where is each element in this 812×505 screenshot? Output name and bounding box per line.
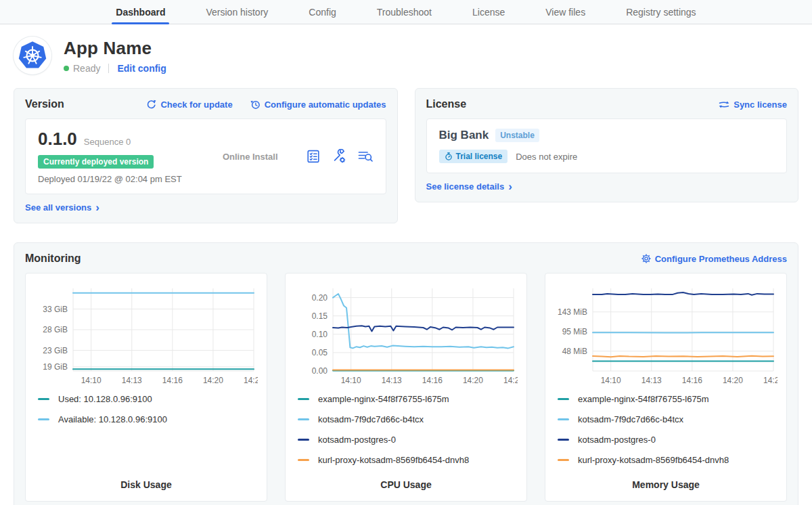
license-card: License Sync license Big Bank Unstable	[415, 88, 799, 202]
legend-color-dash-icon	[298, 439, 309, 441]
tab-dashboard[interactable]: Dashboard	[112, 0, 169, 24]
divider	[108, 64, 109, 73]
tab-view-files[interactable]: View files	[541, 0, 589, 24]
dashboard-page: App Name Ready Edit config Version	[0, 37, 812, 505]
app-status-text: Ready	[73, 63, 100, 74]
svg-text:14:10: 14:10	[341, 376, 361, 385]
svg-text:19 GiB: 19 GiB	[43, 362, 68, 372]
license-type-badge: Trial license	[439, 150, 508, 163]
svg-text:0.00: 0.00	[312, 366, 328, 376]
current-version-row: 0.1.0 Sequence 0 Currently deployed vers…	[25, 118, 386, 194]
legend-label: kotsadm-postgres-0	[318, 435, 396, 445]
license-card-title: License	[426, 98, 467, 110]
monitoring-card: Monitoring Configure Prometheus Address …	[14, 242, 798, 505]
legend-item: example-nginx-54f8f76755-l675m	[298, 394, 514, 404]
customer-name: Big Bank	[439, 129, 489, 142]
gear-icon	[641, 254, 651, 263]
see-all-versions-link[interactable]: See all versions ›	[25, 202, 99, 213]
tab-version-history[interactable]: Version history	[202, 0, 272, 24]
svg-text:14:10: 14:10	[601, 376, 621, 385]
chevron-right-icon: ›	[508, 183, 512, 191]
tab-registry-settings[interactable]: Registry settings	[622, 0, 700, 24]
svg-text:14:23: 14:23	[763, 376, 777, 385]
legend-color-dash-icon	[558, 418, 569, 420]
svg-text:33 GiB: 33 GiB	[43, 305, 68, 314]
legend-label: example-nginx-54f8f76755-l675m	[578, 394, 709, 404]
svg-text:14:16: 14:16	[682, 376, 702, 385]
svg-text:0.15: 0.15	[312, 311, 328, 321]
legend-color-dash-icon	[558, 439, 569, 441]
svg-text:23 GiB: 23 GiB	[43, 346, 68, 355]
refresh-icon	[146, 100, 156, 110]
legend-color-dash-icon	[38, 398, 49, 400]
svg-text:48 MiB: 48 MiB	[562, 347, 587, 356]
tab-bar: DashboardVersion historyConfigTroublesho…	[0, 0, 812, 24]
legend-color-dash-icon	[558, 459, 569, 461]
legend-color-dash-icon	[38, 418, 49, 420]
legend-item: kurl-proxy-kotsadm-8569fb6454-dnvh8	[298, 455, 514, 465]
svg-text:14:13: 14:13	[382, 376, 402, 385]
legend-label: kotsadm-7f9dc7d66c-b4tcx	[578, 414, 683, 424]
summary-cards-row: Version Check for update	[14, 88, 798, 223]
view-diff-icon[interactable]	[357, 149, 374, 164]
svg-text:0.10: 0.10	[312, 330, 328, 339]
clock-refresh-icon	[250, 100, 261, 110]
svg-text:14:20: 14:20	[723, 376, 743, 385]
memory-usage-chart[interactable]: 143 MiB95 MiB48 MiB14:1014:1314:1614:201…	[552, 282, 777, 387]
svg-text:14:23: 14:23	[503, 376, 518, 385]
edit-config-link[interactable]: Edit config	[117, 63, 166, 74]
legend-label: example-nginx-54f8f76755-l675m	[318, 394, 449, 404]
memory-usage-card: 143 MiB95 MiB48 MiB14:1014:1314:1614:201…	[545, 273, 787, 502]
legend-color-dash-icon	[558, 398, 569, 400]
legend-label: kurl-proxy-kotsadm-8569fb6454-dnvh8	[578, 455, 729, 465]
cpu-usage-card: 0.200.150.100.050.0014:1014:1314:1614:20…	[285, 273, 527, 502]
disk-usage-chart[interactable]: 33 GiB28 GiB23 GiB19 GiB14:1014:1314:161…	[32, 282, 258, 387]
cpu-usage-chart[interactable]: 0.200.150.100.050.0014:1014:1314:1614:20…	[292, 282, 518, 387]
svg-text:0.05: 0.05	[312, 348, 328, 357]
deployed-version-badge: Currently deployed version	[38, 155, 154, 169]
svg-text:14:10: 14:10	[81, 376, 102, 385]
legend-item: kurl-proxy-kotsadm-8569fb6454-dnvh8	[558, 455, 774, 465]
legend-item: kotsadm-postgres-0	[298, 435, 514, 445]
svg-text:0.20: 0.20	[312, 293, 328, 303]
svg-text:28 GiB: 28 GiB	[43, 325, 68, 334]
kubernetes-logo-icon	[14, 37, 51, 74]
svg-text:14:16: 14:16	[422, 376, 443, 385]
legend-item: Used: 10.128.0.96:9100	[38, 394, 254, 404]
cpu-usage-legend: example-nginx-54f8f76755-l675mkotsadm-7f…	[292, 394, 520, 475]
release-notes-icon[interactable]	[306, 149, 321, 164]
svg-text:14:20: 14:20	[203, 376, 223, 385]
stopwatch-icon	[445, 152, 453, 160]
sync-license-button[interactable]: Sync license	[719, 100, 787, 110]
sync-arrows-icon	[719, 100, 729, 109]
version-number: 0.1.0	[38, 129, 77, 150]
legend-item: Available: 10.128.0.96:9100	[38, 414, 254, 424]
legend-label: Used: 10.128.0.96:9100	[58, 394, 152, 404]
legend-item: example-nginx-54f8f76755-l675m	[558, 394, 774, 404]
configure-prometheus-button[interactable]: Configure Prometheus Address	[641, 254, 787, 264]
app-header-text: App Name Ready Edit config	[64, 38, 166, 74]
configure-automatic-updates-button[interactable]: Configure automatic updates	[250, 100, 386, 110]
tab-config[interactable]: Config	[304, 0, 340, 24]
legend-color-dash-icon	[298, 459, 309, 461]
config-wrench-icon[interactable]	[332, 149, 346, 164]
version-card-title: Version	[25, 98, 64, 110]
legend-label: Available: 10.128.0.96:9100	[58, 414, 167, 424]
version-card: Version Check for update	[14, 88, 398, 223]
svg-text:95 MiB: 95 MiB	[562, 327, 587, 336]
tab-license[interactable]: License	[468, 0, 509, 24]
license-expiry-text: Does not expire	[516, 152, 577, 162]
see-license-details-link[interactable]: See license details ›	[426, 181, 512, 192]
cpu-usage-title: CPU Usage	[292, 475, 520, 491]
chevron-right-icon: ›	[95, 204, 99, 212]
legend-label: kotsadm-postgres-0	[578, 435, 656, 445]
install-type-label: Online Install	[195, 152, 306, 162]
legend-label: kurl-proxy-kotsadm-8569fb6454-dnvh8	[318, 455, 469, 465]
legend-color-dash-icon	[298, 418, 309, 420]
license-summary: Big Bank Unstable Trial license Does not…	[426, 118, 788, 173]
tab-troubleshoot[interactable]: Troubleshoot	[373, 0, 436, 24]
check-for-update-button[interactable]: Check for update	[146, 100, 232, 110]
charts-row: 33 GiB28 GiB23 GiB19 GiB14:1014:1314:161…	[25, 273, 787, 502]
legend-item: kotsadm-postgres-0	[558, 435, 774, 445]
channel-badge: Unstable	[495, 129, 539, 142]
